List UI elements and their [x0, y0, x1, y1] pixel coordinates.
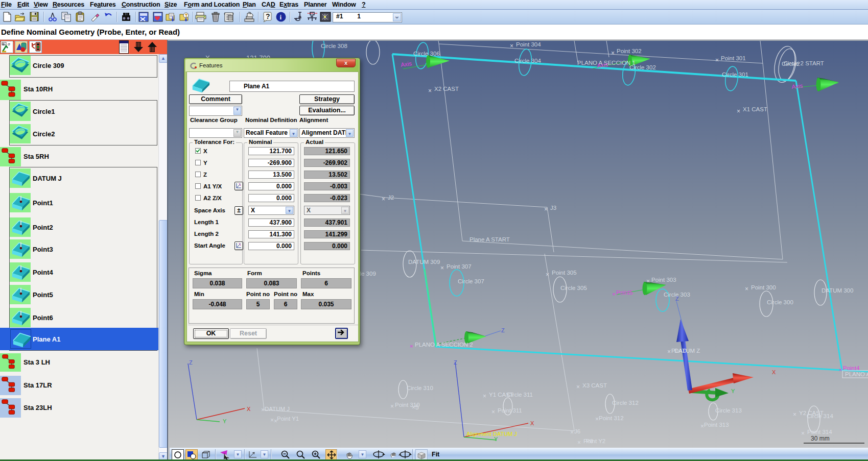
svg-text:×: × [667, 348, 671, 355]
svg-text:Point 312: Point 312 [599, 415, 624, 421]
svg-text:×: × [611, 50, 615, 57]
svg-text:×: × [274, 418, 277, 425]
svg-text:Circle 307: Circle 307 [458, 278, 484, 284]
svg-text:J2: J2 [388, 195, 394, 201]
svg-text:×: × [745, 285, 748, 293]
svg-text:Circle 308: Circle 308 [321, 43, 347, 49]
svg-text:×: × [646, 278, 650, 285]
svg-text:X3 CAST: X3 CAST [582, 382, 607, 389]
svg-text:Circle 311: Circle 311 [507, 392, 533, 398]
svg-text:×: × [570, 429, 574, 436]
svg-text:Point 304: Point 304 [516, 41, 541, 47]
svg-text:Point 302: Point 302 [617, 48, 642, 54]
svg-text:×5: ×5 [412, 404, 419, 411]
svg-text:×: × [793, 411, 796, 418]
svg-text:Point 305: Point 305 [552, 270, 577, 276]
svg-text:Z: Z [501, 327, 505, 333]
svg-text:Axis: Axis [401, 60, 412, 68]
svg-text:Point 313: Point 313 [704, 422, 729, 428]
svg-text:Z: Z [189, 359, 193, 366]
svg-text:Y: Y [731, 388, 735, 394]
svg-text:×: × [544, 206, 548, 213]
svg-text:Point 314: Point 314 [807, 429, 832, 435]
svg-text:Point Y1: Point Y1 [277, 416, 299, 422]
svg-text:J3: J3 [550, 205, 556, 211]
svg-text:Circle 310: Circle 310 [407, 385, 433, 391]
svg-text:Point 311: Point 311 [498, 407, 522, 414]
svg-text:PLANO A SECCION 2: PLANO A SECCION 2 [415, 342, 473, 348]
svg-text:DATUM 309: DATUM 309 [408, 259, 440, 265]
svg-text:×: × [491, 408, 495, 416]
svg-text:X: X [530, 420, 534, 426]
svg-text:Circle 313: Circle 313 [715, 407, 742, 414]
svg-text:Point 300: Point 300 [751, 284, 776, 290]
svg-text:×: × [390, 403, 394, 410]
svg-text:Circle2: Circle2 [782, 61, 800, 67]
svg-text:X: X [247, 406, 251, 412]
svg-text:X: X [772, 369, 776, 375]
svg-text:Y: Y [223, 418, 227, 424]
svg-text:Z: Z [675, 296, 679, 302]
svg-text:×: × [700, 423, 704, 430]
svg-text:Alignment DATUM J: Alignment DATUM J [466, 431, 517, 437]
svg-text:PLAD: PLAD [671, 348, 687, 354]
svg-text:Point4: Point4 [843, 365, 860, 371]
svg-text:×: × [428, 87, 432, 94]
svg-text:Z: Z [454, 359, 457, 366]
svg-text:Circle 312: Circle 312 [612, 400, 639, 406]
svg-text:DATUM 300: DATUM 300 [822, 287, 853, 294]
svg-text:PLANO A: PLANO A [845, 371, 868, 377]
svg-text:Circle 306: Circle 306 [413, 51, 440, 57]
svg-text:×: × [510, 42, 513, 50]
svg-text:Point5: Point5 [616, 289, 633, 296]
svg-text:Circle 301: Circle 301 [722, 71, 748, 78]
svg-text:Point 303: Point 303 [651, 277, 676, 283]
svg-text:×: × [270, 417, 274, 424]
svg-text:×: × [546, 271, 549, 278]
svg-text:×: × [839, 367, 842, 373]
svg-text:×: × [577, 439, 581, 446]
svg-text:30 mm: 30 mm [811, 435, 830, 442]
svg-text:Circle 304: Circle 304 [514, 58, 541, 64]
svg-text:×: × [737, 108, 740, 115]
svg-text:Point 301: Point 301 [721, 55, 746, 61]
svg-text:Circle 314: Circle 314 [807, 413, 833, 419]
svg-text:DATUM J: DATUM J [265, 406, 290, 412]
svg-text:i: i [280, 13, 282, 21]
svg-text:X2 CAST: X2 CAST [434, 86, 459, 92]
svg-text:⊕: ⊕ [2, 42, 5, 46]
svg-text:×: × [715, 57, 719, 64]
svg-text:×: × [801, 430, 805, 437]
svg-text:×: × [261, 406, 265, 414]
svg-text:Circle 300: Circle 300 [767, 299, 793, 305]
svg-text:J6: J6 [574, 428, 580, 434]
svg-text:Axis: Axis [791, 83, 803, 90]
svg-text:×: × [483, 393, 486, 400]
svg-text:×: × [382, 196, 385, 203]
svg-text:Plane A START: Plane A START [470, 236, 510, 242]
svg-text:×: × [612, 291, 616, 297]
svg-text:×: × [410, 343, 413, 349]
svg-text:X1 CAST: X1 CAST [743, 106, 767, 112]
svg-text:Circle 302: Circle 302 [629, 64, 656, 70]
svg-text:×: × [440, 264, 444, 272]
svg-text:σ: σ [8, 42, 10, 46]
svg-text:Point 307: Point 307 [447, 263, 472, 270]
svg-text:×: × [595, 416, 599, 423]
svg-text:P8: P8 [586, 438, 593, 444]
svg-text:×: × [576, 383, 580, 391]
svg-text:Circle 305: Circle 305 [560, 285, 587, 291]
svg-text:?: ? [266, 12, 270, 20]
